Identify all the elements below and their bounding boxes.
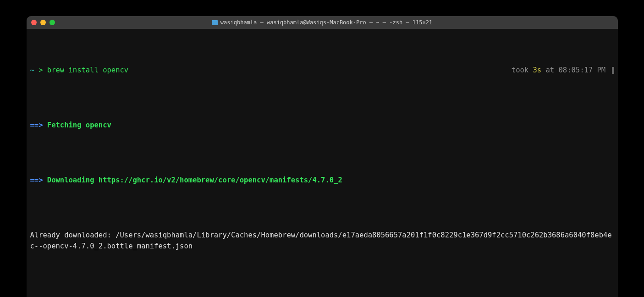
minimize-button[interactable] [40, 20, 46, 25]
command-text: brew install opencv [47, 66, 128, 74]
home-folder-icon [212, 20, 218, 25]
download-url: https://ghcr.io/v2/homebrew/core/opencv/… [99, 176, 342, 184]
output-line: ==> Downloading https://ghcr.io/v2/homeb… [30, 175, 614, 186]
at-label: at [541, 66, 558, 74]
took-value: 3s [533, 66, 542, 74]
terminal-window: wasiqbhamla — wasiqbhamla@Wasiqs-MacBook… [27, 16, 618, 297]
package-name: opencv [86, 121, 111, 129]
arrow-icon: ==> [30, 121, 47, 129]
terminal-body[interactable]: ~ > brew install opencv took 3s at 08:05… [27, 29, 618, 297]
action-label: Fetching [47, 121, 86, 129]
scroll-indicator [612, 67, 614, 74]
titlebar[interactable]: wasiqbhamla — wasiqbhamla@Wasiqs-MacBook… [27, 16, 618, 29]
arrow-icon: ==> [30, 176, 47, 184]
prompt-line: ~ > brew install opencv took 3s at 08:05… [30, 65, 614, 76]
time-value: 08:05:17 PM [559, 66, 610, 74]
window-title-text: wasiqbhamla — wasiqbhamla@Wasiqs-MacBook… [220, 19, 432, 26]
timing-right: took 3s at 08:05:17 PM [512, 65, 614, 76]
took-label: took [512, 66, 533, 74]
prompt-tilde: ~ [30, 66, 34, 74]
traffic-lights [31, 20, 55, 25]
output-line: Already downloaded: /Users/wasiqbhamla/L… [30, 230, 614, 252]
action-label: Downloading [47, 176, 99, 184]
close-button[interactable] [31, 20, 37, 25]
output-line: ==> Fetching opencv [30, 120, 614, 131]
prompt-symbol: > [34, 66, 47, 74]
prompt-left: ~ > brew install opencv [30, 65, 512, 76]
window-title: wasiqbhamla — wasiqbhamla@Wasiqs-MacBook… [27, 19, 618, 26]
zoom-button[interactable] [50, 20, 55, 25]
